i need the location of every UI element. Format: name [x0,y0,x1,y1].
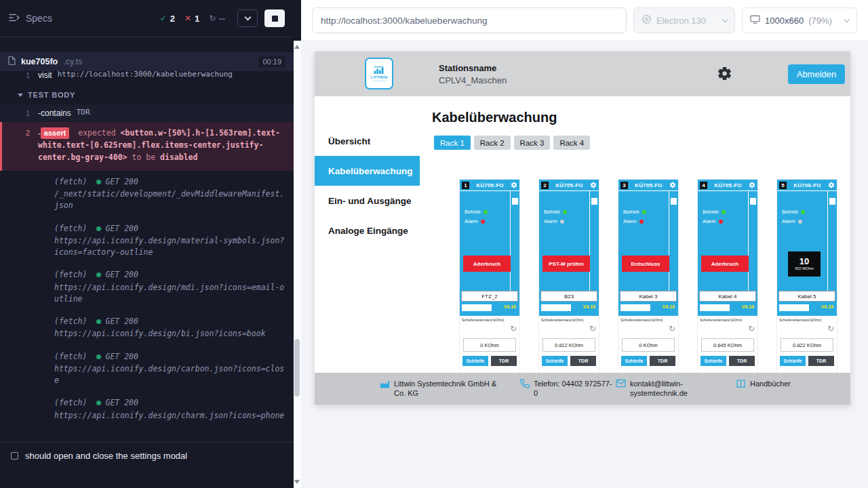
tdr-button[interactable]: TDR [570,356,596,366]
betrieb-led [563,210,567,214]
tdr-button[interactable]: TDR [650,356,675,366]
tab-rack-4[interactable]: Rack 4 [553,136,590,150]
fetch-status: GET 200 [105,269,138,281]
tdr-button[interactable]: TDR [808,356,834,366]
status-button[interactable]: PST-M prüfen [542,256,590,272]
card-divider [827,191,828,291]
mail-icon [616,379,626,388]
settings-gear-icon[interactable] [717,66,732,81]
fetch-log-row[interactable]: (fetch)GET 200 https://api.iconify.desig… [0,346,294,392]
fetch-label: (fetch) [54,176,87,188]
specs-label: Specs [26,13,52,24]
tdr-button[interactable]: TDR [729,356,755,366]
test-box-icon [11,452,18,460]
test-stats: ✓2 ✕1 ↻-- [160,14,225,24]
spec-bar[interactable]: kue705fo .cy.ts 00:19 [0,52,294,71]
sidebar-item-kabelueberwachung[interactable]: Kabelüberwachung [315,156,420,186]
version-strip [462,304,492,311]
scrollbar-track[interactable] [294,41,301,488]
specs-button[interactable]: Specs [9,13,52,24]
url-input[interactable]: http://localhost:3000/kabelueberwachung [312,7,627,33]
schleife-button[interactable]: Schleife [701,356,726,366]
refresh-icon[interactable]: ↻ [510,325,517,333]
card-number: 2 [541,182,549,189]
status-button[interactable]: Erdschluss [622,256,669,272]
command-visit[interactable]: 1 visit http://localhost:3000/kabelueber… [0,71,294,84]
fetch-status: GET 200 [105,397,138,409]
app-footer: Littwin Systemtechnik GmbH & Co. KG Tele… [315,373,850,405]
gear-icon[interactable] [828,182,835,188]
command-arg: http://localhost:3000/kabelueberwachung [58,71,233,81]
stop-button[interactable] [264,9,285,27]
refresh-icon[interactable]: ↻ [748,325,755,333]
screen: Specs ✓2 ✕1 ↻-- kue705fo .cy.ts 00:19 [0,0,868,488]
cable-name: Kabel 3 [620,291,677,302]
command-assert-failed[interactable]: 2 -assert expected <button.w-[50%].h-[1.… [0,122,294,170]
card-indicator-box [829,198,835,205]
version-strip [779,304,809,311]
command-contains[interactable]: 1 - contains TDR [0,104,294,122]
next-test-row[interactable]: should open and close the settings modal [0,442,294,488]
viewport-selector[interactable]: 1000x660 (79%) [742,7,857,33]
card-header: 1 KÜ705-FO [460,180,519,191]
betrieb-indicator: Betrieb [782,209,805,215]
test-body-header[interactable]: TEST BODY [0,84,294,104]
refresh-icon[interactable]: ↻ [827,325,834,333]
scroll-down-icon[interactable] [294,480,300,484]
fetch-log-row[interactable]: (fetch)GET 200 https://api.iconify.desig… [0,392,294,427]
fetch-log-row[interactable]: (fetch)GET 200 https://api.iconify.desig… [0,264,294,310]
gear-icon[interactable] [590,182,597,188]
schleife-button[interactable]: Schleife [621,356,647,366]
reporter-header: Specs ✓2 ✕1 ↻-- [0,0,294,37]
schleife-button[interactable]: Schleife [780,356,806,366]
logout-button[interactable]: Abmelden [788,64,845,84]
chevron-down-icon [722,16,728,22]
tab-rack-2[interactable]: Rack 2 [474,136,511,150]
resistance-label: Schleifenwiderstand [kOhm] [779,318,835,322]
scrollbar-thumb[interactable] [294,339,300,396]
viewport-zoom: (79%) [808,16,832,26]
version-strip [700,304,730,311]
gear-icon[interactable] [749,182,755,188]
page-title: Kabelüberwachung [432,110,850,125]
footer-manuals[interactable]: Handbücher [736,379,791,388]
rack-tabs: Rack 1 Rack 2 Rack 3 Rack 4 [434,136,850,150]
device-card-1: 1 KÜ705-FO Betrieb Alarm Aderbruch FTZ_2 [460,180,519,383]
reporter-scrollbar[interactable] [294,0,301,488]
schleife-button[interactable]: Schleife [542,356,568,366]
tab-rack-3[interactable]: Rack 3 [514,136,551,150]
status-button[interactable]: Aderbruch [463,256,511,272]
manuals-link[interactable]: Handbücher [750,379,791,388]
sidebar-item-ein-und-ausgaenge[interactable]: Ein- und Ausgänge [315,186,420,216]
cypress-panel: Specs ✓2 ✕1 ↻-- kue705fo .cy.ts 00:19 [0,0,294,488]
card-divider [589,191,590,291]
schleife-button[interactable]: Schleife [462,356,488,366]
gear-icon[interactable] [511,182,517,188]
alarm-label: Alarm [782,218,795,224]
refresh-icon[interactable]: ↻ [589,325,596,333]
refresh-icon[interactable]: ↻ [669,325,675,333]
command-number: 2 [2,127,38,163]
scroll-up-icon[interactable] [294,45,300,49]
alarm-led [639,220,644,224]
fetch-label: (fetch) [54,397,87,409]
sidebar-item-analoge-eingaenge[interactable]: Analoge Eingänge [315,216,420,245]
browser-selector[interactable]: Electron 130 [633,7,735,33]
tdr-button[interactable]: TDR [491,356,517,366]
status-button[interactable]: Aderbruch [701,256,749,272]
alarm-label: Alarm [465,218,478,224]
card-indicator-box [591,198,597,205]
gear-icon[interactable] [669,182,676,188]
fetch-log-row[interactable]: (fetch)GET 200 /_next/static/development… [0,171,294,218]
assert-state: disabled [160,152,197,162]
fetch-log-row[interactable]: (fetch)GET 200 https://api.iconify.desig… [0,310,294,346]
assert-badge: assert [41,127,69,139]
fetch-log-row[interactable]: (fetch)GET 200 https://api.iconify.desig… [0,218,294,264]
version-strip [541,304,571,311]
resistance-value: 0 KOhm [622,338,675,352]
sidebar-item-uebersicht[interactable]: Übersicht [315,126,420,156]
device-card-4: 4 KÜ705-FO Betrieb Alarm Aderbruch Kabel… [698,180,757,383]
collapse-button[interactable] [237,9,258,27]
alarm-label: Alarm [623,218,637,224]
tab-rack-1[interactable]: Rack 1 [434,136,471,150]
